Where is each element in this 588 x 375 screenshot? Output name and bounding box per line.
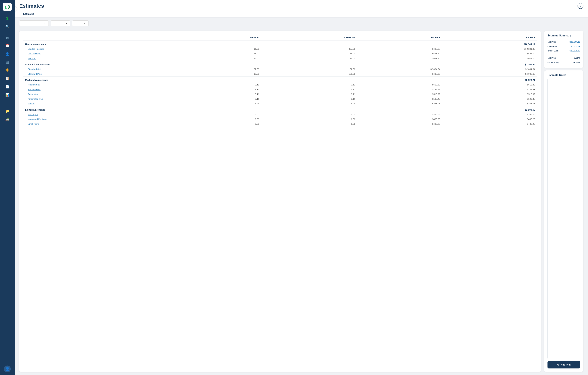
summary-break-even-row: Break Even $19,105.32 bbox=[547, 49, 580, 53]
table-row: Medium Set 3.11 3.11 $612.32 $612.32 bbox=[23, 82, 537, 87]
person-icon[interactable]: 👤 bbox=[4, 51, 11, 57]
trophy-icon[interactable]: 🏆 bbox=[4, 67, 11, 74]
item-total-hours: 6.00 bbox=[261, 117, 357, 122]
chart-icon[interactable]: 📊 bbox=[4, 91, 11, 98]
table-row: Integrated Package 6.00 6.00 $436.23 $43… bbox=[23, 117, 537, 122]
table-row: Medium Plus 3.11 3.11 $732.41 $732.41 bbox=[23, 87, 537, 92]
main-area: › Estimates Estimates ? ▼ ▼ ▼ bbox=[15, 0, 588, 375]
item-per-price: $365.06 bbox=[357, 101, 442, 106]
filter-bar: ▼ ▼ ▼ bbox=[15, 18, 588, 29]
item-label[interactable]: Integrated Package bbox=[23, 117, 182, 122]
item-label[interactable]: Automated Plus bbox=[23, 96, 182, 101]
item-label[interactable]: Package 1 bbox=[23, 112, 182, 117]
item-per-hour: 6.00 bbox=[182, 122, 261, 126]
group-total: $2,900.52 bbox=[442, 106, 537, 112]
sidebar: 💲 🔍 ⊞ 📅 👤 ▦ 🏆 📋 📄 📊 ☰ 📁 🚛 👤 bbox=[0, 0, 15, 375]
group-row: Standard Maintenance $7,790.64 bbox=[23, 61, 537, 67]
sidebar-toggle[interactable]: › bbox=[15, 6, 17, 11]
item-total-hours: 497.20 bbox=[261, 47, 357, 51]
item-total-hours: 3.11 bbox=[261, 82, 357, 87]
grid-icon[interactable]: ▦ bbox=[4, 59, 11, 65]
notes-title: Estimate Notes bbox=[547, 74, 580, 77]
item-label[interactable]: Medium Set bbox=[23, 82, 182, 87]
top-nav: › Estimates Estimates ? bbox=[15, 0, 588, 18]
dollar-icon[interactable]: 💲 bbox=[4, 15, 11, 22]
item-total-hours: 3.11 bbox=[261, 92, 357, 96]
help-button[interactable]: ? bbox=[578, 3, 583, 9]
group-row: Light Maintenance $2,900.52 bbox=[23, 106, 537, 112]
item-per-price: $436.23 bbox=[357, 122, 442, 126]
item-per-hour: 3.11 bbox=[182, 87, 261, 92]
item-label[interactable]: Loaded Package bbox=[23, 47, 182, 51]
item-label[interactable]: Standard Set bbox=[23, 67, 182, 72]
item-total-hours: 4.36 bbox=[261, 101, 357, 106]
table-row: Package 1 5.00 5.00 $365.06 $365.06 bbox=[23, 112, 537, 117]
item-per-hour: 3.11 bbox=[182, 96, 261, 101]
item-label[interactable]: Full Package bbox=[23, 51, 182, 56]
calendar-icon[interactable]: 📅 bbox=[4, 42, 11, 49]
group-total: $7,790.64 bbox=[442, 61, 537, 67]
content-area: Per Hour Total Hours Per Price Total Pri… bbox=[15, 29, 588, 375]
add-item-label: Add Item bbox=[561, 364, 571, 366]
item-per-price: $436.23 bbox=[357, 117, 442, 122]
table-row: Standard Set 32.00 32.00 $2,804.64 $2,80… bbox=[23, 67, 537, 72]
clipboard-icon[interactable]: 📄 bbox=[4, 83, 11, 90]
col-header-total-price: Total Price bbox=[442, 35, 537, 41]
item-total-hours: 16.00 bbox=[261, 56, 357, 61]
item-label[interactable]: Itemized bbox=[23, 56, 182, 61]
item-per-price: $599.43 bbox=[357, 96, 442, 101]
group-total: $2,826.21 bbox=[442, 76, 537, 83]
item-label[interactable]: Master bbox=[23, 101, 182, 106]
app-logo[interactable] bbox=[3, 3, 11, 12]
col-header-total-hours: Total Hours bbox=[261, 35, 357, 41]
summary-net-profit-row: Net Profit 7.00% bbox=[547, 56, 580, 60]
table-row: Loaded Package 11.30 497.20 $438.68 $19,… bbox=[23, 47, 537, 51]
item-per-hour: 16.00 bbox=[182, 56, 261, 61]
item-total-price: $19,301.92 bbox=[442, 47, 537, 51]
item-total-hours: 120.00 bbox=[261, 72, 357, 76]
item-total-hours: 16.00 bbox=[261, 51, 357, 56]
item-per-price: $498.00 bbox=[357, 72, 442, 76]
add-item-button[interactable]: ⊕ Add Item bbox=[547, 361, 580, 368]
page-title: Estimates bbox=[19, 3, 583, 11]
item-per-price: $2,804.64 bbox=[357, 67, 442, 72]
tab-estimates[interactable]: Estimates bbox=[19, 11, 38, 17]
chevron-down-icon-3: ▼ bbox=[84, 22, 86, 24]
item-total-price: $436.23 bbox=[442, 122, 537, 126]
item-label[interactable]: Medium Plus bbox=[23, 87, 182, 92]
file-icon[interactable]: 📁 bbox=[4, 108, 11, 115]
filter-dropdown-3[interactable]: ▼ bbox=[72, 21, 89, 26]
truck-icon[interactable]: 🚛 bbox=[4, 116, 11, 123]
chevron-down-icon-2: ▼ bbox=[65, 22, 67, 24]
item-per-hour: 3.11 bbox=[182, 82, 261, 87]
item-label[interactable]: Standard Plus bbox=[23, 72, 182, 76]
item-total-price: $612.32 bbox=[442, 82, 537, 87]
item-label[interactable]: Small Items bbox=[23, 122, 182, 126]
summary-gross-margin-row: Gross Margin 39.87% bbox=[547, 60, 580, 64]
notes-textarea[interactable] bbox=[547, 79, 580, 359]
table-icon[interactable]: ⊞ bbox=[4, 34, 11, 41]
group-total: $20,544.12 bbox=[442, 41, 537, 47]
list-icon[interactable]: ☰ bbox=[4, 99, 11, 106]
gross-margin-label: Gross Margin bbox=[547, 61, 560, 64]
item-label[interactable]: Automated bbox=[23, 92, 182, 96]
filter-dropdown-2[interactable]: ▼ bbox=[51, 21, 70, 26]
summary-title: Estimate Summary bbox=[547, 34, 580, 37]
gross-margin-value: 39.87% bbox=[573, 61, 580, 64]
net-profit-label: Net Profit bbox=[547, 57, 556, 59]
item-per-hour: 3.11 bbox=[182, 92, 261, 96]
col-header-per-hour: Per Hour bbox=[182, 35, 261, 41]
col-header-per-price: Per Price bbox=[357, 35, 442, 41]
estimates-table: Per Hour Total Hours Per Price Total Pri… bbox=[23, 35, 537, 126]
filter-dropdown-1[interactable]: ▼ bbox=[19, 21, 49, 26]
item-total-hours: 5.00 bbox=[261, 112, 357, 117]
item-total-hours: 3.11 bbox=[261, 96, 357, 101]
item-per-price: $621.10 bbox=[357, 51, 442, 56]
item-per-price: $438.68 bbox=[357, 47, 442, 51]
search-icon[interactable]: 🔍 bbox=[4, 23, 11, 30]
item-per-price: $732.41 bbox=[357, 87, 442, 92]
table-row: Automated 3.11 3.11 $516.99 $516.99 bbox=[23, 92, 537, 96]
user-avatar[interactable]: 👤 bbox=[4, 365, 11, 372]
add-item-icon: ⊕ bbox=[557, 363, 560, 366]
schedule-icon[interactable]: 📋 bbox=[4, 75, 11, 82]
